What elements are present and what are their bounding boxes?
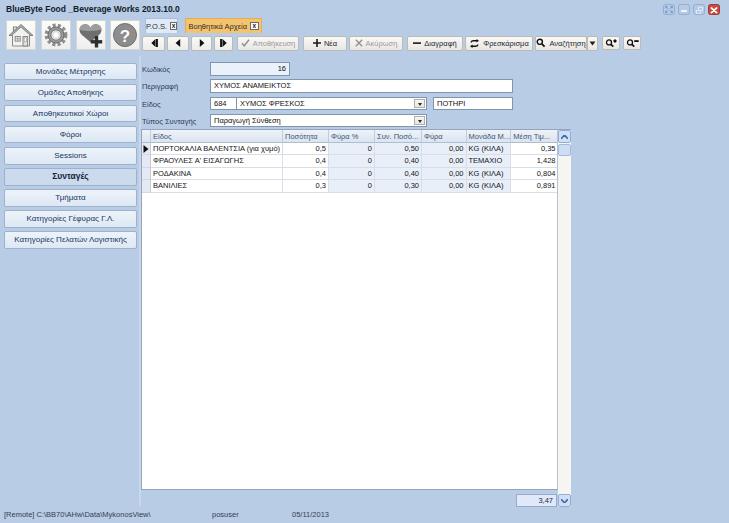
- svg-text:?: ?: [120, 27, 130, 46]
